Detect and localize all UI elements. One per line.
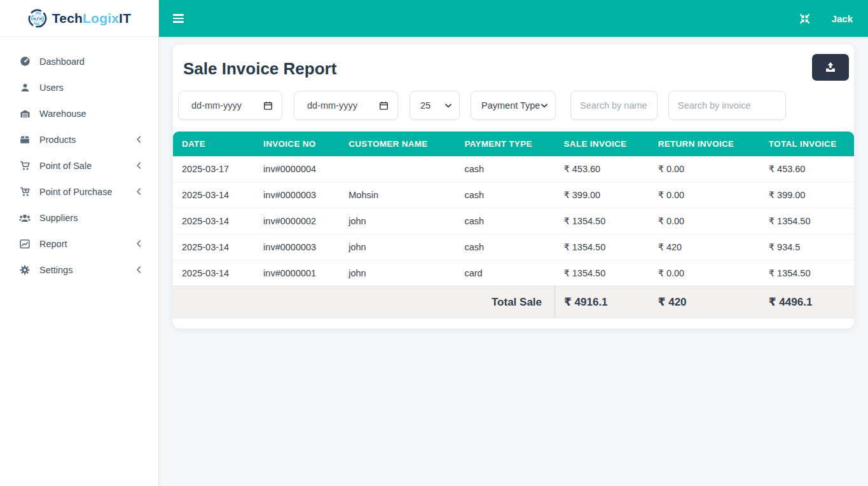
cell-payment: cash xyxy=(455,156,555,182)
col-header-customer-name[interactable]: CUSTOMER NAME xyxy=(340,132,455,156)
brand-logo-text: TechLogixIT xyxy=(52,11,131,26)
cell-date: 2025-03-17 xyxy=(173,156,254,182)
cell-return: ₹ 0.00 xyxy=(649,208,760,234)
calendar-icon xyxy=(263,101,273,111)
total-sale-value: ₹ 4916.1 xyxy=(555,287,649,318)
warehouse-icon xyxy=(18,109,32,119)
cell-sale: ₹ 1354.50 xyxy=(555,260,649,287)
sidebar-item-label: Suppliers xyxy=(39,213,78,223)
chevron-left-icon xyxy=(136,136,142,143)
sidebar: </> TechLogixIT Dashboard Users Warehous… xyxy=(0,0,159,486)
sidebar-item-label: Warehouse xyxy=(39,109,86,119)
sidebar-item-warehouse[interactable]: Warehouse xyxy=(0,100,158,126)
date-from-placeholder: dd-mm-yyyy xyxy=(191,100,242,111)
upload-icon xyxy=(825,62,836,73)
cell-total: ₹ 453.60 xyxy=(760,156,854,182)
total-row: Total Sale ₹ 4916.1 ₹ 420 ₹ 4496.1 xyxy=(173,287,854,318)
page-size-select[interactable]: 25 xyxy=(410,91,460,120)
sidebar-item-label: Dashboard xyxy=(39,57,85,67)
table-row[interactable]: 2025-03-14 inv#0000003 john cash ₹ 1354.… xyxy=(173,234,854,260)
sidebar-item-report[interactable]: Report xyxy=(0,231,158,257)
cell-customer: john xyxy=(340,208,455,234)
date-to-input[interactable]: dd-mm-yyyy xyxy=(294,91,398,120)
chevron-down-icon xyxy=(445,104,451,108)
sidebar-item-label: Settings xyxy=(39,265,72,275)
table-header-row: DATE INVOICE NO CUSTOMER NAME PAYMENT TY… xyxy=(173,132,854,156)
cell-payment: cash xyxy=(455,208,555,234)
chevron-down-icon xyxy=(541,104,548,108)
cell-total: ₹ 1354.50 xyxy=(760,208,854,234)
payment-type-value: Payment Type xyxy=(481,100,540,111)
sidebar-item-dashboard[interactable]: Dashboard xyxy=(0,48,158,74)
sidebar-item-products[interactable]: Products xyxy=(0,126,158,152)
brand-text-tech: Tech xyxy=(52,11,83,25)
topbar: Jack xyxy=(159,0,868,37)
cell-invoice-no: inv#0000004 xyxy=(254,156,340,182)
report-card: Sale Invoice Report dd-mm-yyyy dd-mm-yyy… xyxy=(173,44,854,328)
main-content: Sale Invoice Report dd-mm-yyyy dd-mm-yyy… xyxy=(159,37,868,486)
sidebar-item-point-of-purchase[interactable]: Point of Purchase xyxy=(0,179,158,205)
cell-date: 2025-03-14 xyxy=(173,182,254,208)
export-button[interactable] xyxy=(812,54,849,81)
brand-logo-icon: </> xyxy=(27,8,48,29)
sidebar-item-users[interactable]: Users xyxy=(0,74,158,100)
sidebar-toggle-icon[interactable] xyxy=(173,13,184,25)
sidebar-item-label: Report xyxy=(39,239,67,249)
col-header-return-invoice[interactable]: RETURN INVOICE xyxy=(649,132,760,156)
sidebar-item-label: Point of Sale xyxy=(39,161,92,171)
page-size-value: 25 xyxy=(420,100,431,111)
search-by-invoice-input[interactable] xyxy=(668,91,786,120)
cell-payment: cash xyxy=(455,234,555,260)
col-header-sale-invoice[interactable]: SALE INVOICE xyxy=(555,132,649,156)
chevron-left-icon xyxy=(136,188,142,195)
user-icon xyxy=(18,83,32,93)
cell-sale: ₹ 453.60 xyxy=(555,156,649,182)
sidebar-item-settings[interactable]: Settings xyxy=(0,257,158,283)
col-header-date[interactable]: DATE xyxy=(173,132,254,156)
cell-date: 2025-03-14 xyxy=(173,260,254,287)
chart-line-icon xyxy=(18,239,32,249)
date-from-input[interactable]: dd-mm-yyyy xyxy=(178,91,282,120)
sidebar-item-label: Users xyxy=(39,83,64,93)
cell-invoice-no: inv#0000001 xyxy=(254,260,340,287)
cell-payment: cash xyxy=(455,182,555,208)
brand-logo[interactable]: </> TechLogixIT xyxy=(0,0,158,37)
table-row[interactable]: 2025-03-14 inv#0000002 john cash ₹ 1354.… xyxy=(173,208,854,234)
users-group-icon xyxy=(18,213,32,223)
table-row[interactable]: 2025-03-14 inv#0000001 john card ₹ 1354.… xyxy=(173,260,854,287)
dashboard-gauge-icon xyxy=(18,56,32,67)
user-menu[interactable]: Jack xyxy=(832,13,853,24)
invoice-table-wrap: DATE INVOICE NO CUSTOMER NAME PAYMENT TY… xyxy=(173,132,854,318)
table-row[interactable]: 2025-03-17 inv#0000004 cash ₹ 453.60 ₹ 0… xyxy=(173,156,854,182)
gear-icon xyxy=(18,265,32,275)
col-header-invoice-no[interactable]: INVOICE NO xyxy=(254,132,340,156)
sidebar-item-suppliers[interactable]: Suppliers xyxy=(0,205,158,231)
filter-bar: dd-mm-yyyy dd-mm-yyyy 25 Payment Type xyxy=(178,91,849,120)
cell-invoice-no: inv#0000003 xyxy=(254,234,340,260)
sidebar-item-point-of-sale[interactable]: Point of Sale xyxy=(0,152,158,179)
payment-type-select[interactable]: Payment Type xyxy=(471,91,556,120)
search-by-name-input[interactable] xyxy=(570,91,658,120)
col-header-total-invoice[interactable]: TOTAL INVOICE xyxy=(760,132,854,156)
total-invoice-value: ₹ 4496.1 xyxy=(760,287,854,318)
fullscreen-compress-icon[interactable] xyxy=(799,13,810,24)
sidebar-nav: Dashboard Users Warehouse Products xyxy=(0,37,158,283)
cell-invoice-no: inv#0000003 xyxy=(254,182,340,208)
calendar-icon xyxy=(379,101,389,111)
total-return-value: ₹ 420 xyxy=(649,287,760,318)
sidebar-item-label: Point of Purchase xyxy=(39,187,112,197)
cell-total: ₹ 1354.50 xyxy=(760,260,854,287)
cell-return: ₹ 0.00 xyxy=(649,182,760,208)
total-sale-label: Total Sale xyxy=(173,287,555,318)
page-title: Sale Invoice Report xyxy=(178,58,336,79)
cell-customer xyxy=(340,156,455,182)
cart-plus-icon xyxy=(18,187,32,197)
brand-text-it: IT xyxy=(119,11,131,25)
brand-text-logix: Logix xyxy=(83,11,119,25)
sidebar-item-label: Products xyxy=(39,135,76,145)
col-header-payment-type[interactable]: PAYMENT TYPE xyxy=(455,132,555,156)
table-row[interactable]: 2025-03-14 inv#0000003 Mohsin cash ₹ 399… xyxy=(173,182,854,208)
cell-return: ₹ 0.00 xyxy=(649,260,760,287)
cell-customer: Mohsin xyxy=(340,182,455,208)
cell-sale: ₹ 1354.50 xyxy=(555,208,649,234)
